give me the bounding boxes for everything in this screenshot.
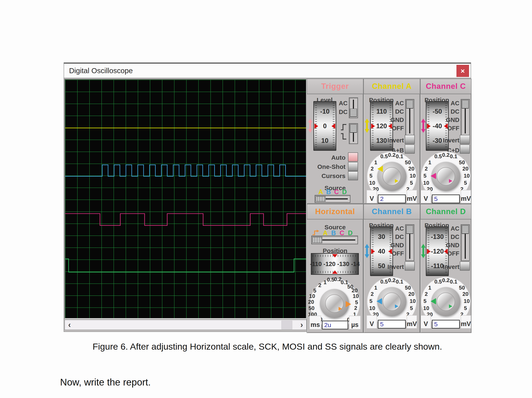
knob-scale-label: 1 — [374, 285, 377, 291]
slider-handle[interactable] — [316, 196, 326, 202]
channel-c-scale-value[interactable]: 5 — [432, 194, 460, 203]
channel-b-invert-label: Invert — [381, 263, 404, 270]
coupling-label: GND — [387, 242, 404, 249]
channel-a-coupling-slider[interactable] — [405, 99, 414, 136]
coupling-label: GND — [443, 242, 459, 249]
trigger-edge-source-icon — [312, 229, 320, 236]
body-text: Now, write the report. — [60, 377, 151, 388]
knob-scale-label: 10 — [423, 305, 429, 311]
channel-c-invert-label: Invert — [437, 137, 459, 144]
horizontal-position-gauge[interactable]: -110 -120 -130 -14 — [311, 253, 359, 275]
knob-scale-label: 0.2 — [442, 277, 450, 284]
knob-scale-label: 0.1 — [396, 153, 403, 160]
scope-screen — [64, 79, 307, 319]
slider-handle[interactable] — [406, 100, 413, 109]
trigger-coupling-slider[interactable] — [349, 97, 358, 118]
rising-edge-icon — [340, 123, 347, 131]
knob-scale-label: 10 — [353, 293, 359, 299]
trigger-level-nudge-arrows-icon[interactable] — [308, 118, 313, 133]
scrollbar-thumb[interactable] — [281, 321, 292, 330]
trigger-source-slider[interactable] — [315, 195, 350, 203]
window-titlebar: Digital Oscilloscope × — [64, 64, 471, 78]
channel-b-coupling-slider[interactable] — [405, 224, 414, 261]
unit-right-label: mV — [461, 190, 471, 203]
knob-scale-label: 50 — [459, 285, 465, 291]
channel-a-position-nudge-arrows-icon[interactable] — [364, 118, 370, 133]
source-b-label: B — [325, 188, 332, 196]
unit-left-label: V — [367, 190, 377, 203]
trigger-level-gauge[interactable]: -10 0 10 — [313, 101, 336, 151]
channel-a-invert-button[interactable] — [405, 135, 415, 144]
trigger-cursors-button[interactable] — [348, 171, 358, 180]
channel-c-coupling-slider[interactable] — [461, 99, 470, 136]
trigger-edge-slider[interactable] — [349, 123, 358, 144]
slider-handle[interactable] — [462, 100, 469, 109]
slider-handle[interactable] — [406, 226, 413, 234]
knob-pointer-icon — [431, 173, 436, 179]
coupling-label: AC — [443, 100, 459, 107]
scroll-left-icon[interactable]: ‹ — [65, 320, 74, 330]
channel-d-position-nudge-arrows-icon[interactable] — [421, 243, 426, 259]
channel-c-position-nudge-arrows-icon[interactable] — [421, 118, 426, 133]
channel-d-scale-value[interactable]: 5 — [432, 320, 460, 329]
knob-scale-label: 20 — [308, 299, 314, 305]
gauge-value: 10 — [314, 137, 336, 144]
knob-scale-label: 1 — [428, 159, 431, 166]
scroll-right-icon[interactable]: › — [298, 320, 306, 330]
slider-handle[interactable] — [462, 226, 469, 234]
knob-scale-label: 10 — [410, 298, 416, 305]
horizontal-source-slider[interactable] — [311, 236, 358, 244]
channel-b-title: Channel B — [364, 204, 420, 219]
channel-a-scale-value[interactable]: 2 — [378, 194, 406, 203]
source-c-label: C — [333, 188, 340, 196]
unit-left-label: V — [421, 190, 431, 203]
coupling-label: DC — [387, 108, 404, 115]
trigger-auto-button[interactable] — [348, 152, 358, 162]
coupling-label: AC — [387, 100, 404, 107]
trigger-title: Trigger — [307, 79, 363, 94]
channel-b-scale-knob-group: 1 2 5 10 20 0.5 0.2 0.1 50 20 10 5 2 — [366, 278, 418, 330]
knob-scale-label: 0.5 — [434, 279, 442, 285]
slider-handle[interactable] — [350, 124, 357, 133]
coupling-label: DC — [387, 234, 404, 240]
coupling-label: AC — [443, 225, 459, 232]
trigger-dc-label: DC — [338, 109, 348, 116]
knob-scale-label: 50 — [405, 285, 411, 291]
knob-scale-label: 2 — [425, 166, 428, 172]
knob-scale-label: 20 — [462, 166, 469, 172]
channel-b-trace — [65, 165, 306, 176]
slider-handle[interactable] — [350, 109, 357, 117]
knob-pointer-icon — [377, 298, 382, 305]
coupling-label: DC — [443, 234, 459, 240]
knob-pointer-small-icon — [339, 307, 342, 311]
knob-scale-label: 5 — [464, 305, 467, 311]
gauge-marker-left-icon — [371, 249, 375, 254]
horizontal-scrollbar[interactable]: ‹ › — [64, 320, 307, 330]
knob-scale-label: 50 — [405, 159, 411, 166]
knob-scale-label: 0.1 — [396, 279, 403, 285]
gauge-value: -10 — [314, 108, 336, 115]
slider-handle[interactable] — [313, 237, 322, 243]
close-button[interactable]: × — [456, 65, 469, 77]
channel-d-invert-button[interactable] — [460, 261, 470, 271]
knob-scale-label: 0.2 — [388, 277, 396, 284]
unit-left-label: V — [421, 315, 431, 329]
panel-trigger: Trigger Level -10 0 10 AC DC — [307, 79, 363, 204]
channel-b-scale-value[interactable]: 5 — [378, 320, 406, 329]
unit-left-label: ms — [309, 316, 321, 330]
knob-pointer-small-icon — [395, 305, 398, 308]
channel-d-coupling-slider[interactable] — [461, 224, 470, 261]
channel-b-position-nudge-arrows-icon[interactable] — [364, 243, 370, 259]
channel-b-invert-button[interactable] — [405, 261, 415, 271]
knob-scale-label: 10 — [423, 180, 429, 186]
trigger-one-shot-button[interactable] — [348, 162, 358, 171]
unit-right-label: mV — [407, 315, 417, 329]
horizontal-title: Horizontal — [307, 204, 363, 219]
knob-scale-label: 2 — [318, 282, 321, 289]
knob-scale-label: 0.5 — [434, 153, 442, 160]
channel-c-invert-button[interactable] — [460, 135, 470, 144]
horizontal-scale-value[interactable]: 2u — [322, 321, 348, 330]
knob-scale-label: 0.2 — [388, 152, 396, 158]
channel-c-scale-knob-group: 1 2 5 10 20 0.5 0.2 0.1 50 20 10 5 2 — [420, 152, 471, 204]
knob-scale-label: 2 — [425, 291, 428, 297]
